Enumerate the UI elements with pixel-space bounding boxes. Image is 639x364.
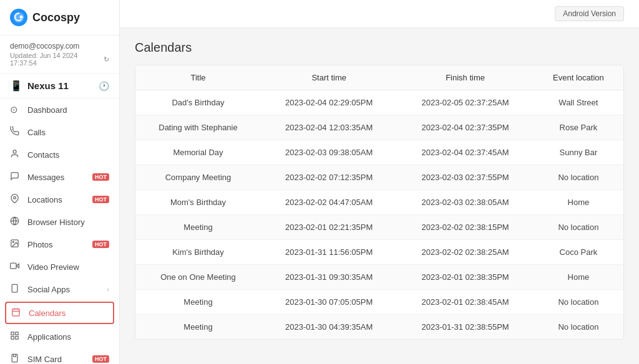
cell-finish: 2023-02-02 02:38:25AM <box>397 240 533 265</box>
android-version-badge: Android Version <box>555 6 624 21</box>
cell-title: Meeting <box>135 215 261 240</box>
svg-point-7 <box>12 241 14 242</box>
sidebar-item-video-preview[interactable]: Video Preview <box>0 256 119 278</box>
sidebar-item-label: SIM Card <box>27 355 90 364</box>
refresh-icon[interactable]: ↻ <box>104 55 109 64</box>
svg-rect-18 <box>11 337 14 339</box>
phone-icon: 📱 <box>10 80 22 92</box>
logo-icon <box>10 9 27 26</box>
sidebar-item-social-apps[interactable]: Social Apps › <box>0 278 119 300</box>
sidebar-item-label: Dashboard <box>27 105 109 115</box>
cell-location: Rose Park <box>534 115 623 140</box>
sidebar: Cocospy demo@cocospy.com Updated: Jun 14… <box>0 0 120 364</box>
col-finish: Finish time <box>397 65 533 90</box>
applications-icon <box>10 331 22 342</box>
svg-rect-16 <box>11 332 14 335</box>
col-location: Event location <box>534 65 623 90</box>
svg-rect-17 <box>16 332 18 335</box>
sidebar-item-calendars[interactable]: Calendars <box>5 302 114 324</box>
cell-location: No location <box>534 215 623 240</box>
cell-start: 2023-01-31 09:30:35AM <box>261 265 397 290</box>
sidebar-item-sim-card[interactable]: SIM Card HOT <box>0 348 119 364</box>
sidebar-item-label: Locations <box>27 195 90 204</box>
cell-location: No location <box>534 290 623 315</box>
table-row: One on One Meeting 2023-01-31 09:30:35AM… <box>135 265 623 290</box>
sidebar-item-label: Applications <box>27 332 109 342</box>
cell-finish: 2023-02-05 02:37:25AM <box>397 90 533 115</box>
sidebar-item-label: Social Apps <box>27 285 107 294</box>
sidebar-item-label: Video Preview <box>27 262 109 272</box>
cell-finish: 2023-02-02 02:38:15PM <box>397 215 533 240</box>
table-header: Title Start time Finish time Event locat… <box>135 65 623 90</box>
cell-location: Home <box>534 190 623 215</box>
clock-icon[interactable]: 🕐 <box>99 81 109 91</box>
sidebar-item-browser-history[interactable]: Browser History <box>0 211 119 233</box>
cell-title: Meeting <box>135 290 261 315</box>
sidebar-item-label: Photos <box>27 240 90 249</box>
cell-location: Wall Street <box>534 90 623 115</box>
calendar-icon <box>11 307 24 318</box>
user-updated: Updated: Jun 14 2024 17:37:54 ↻ <box>10 52 109 67</box>
sidebar-item-applications[interactable]: Applications <box>0 325 119 348</box>
cell-start: 2023-02-03 09:38:05AM <box>261 140 397 165</box>
user-email: demo@cocospy.com <box>10 42 109 50</box>
locations-icon <box>10 194 22 205</box>
svg-point-3 <box>14 196 16 199</box>
social-icon <box>10 284 22 295</box>
sidebar-item-locations[interactable]: Locations HOT <box>0 188 119 211</box>
logo-text: Cocospy <box>32 11 80 24</box>
sidebar-item-dashboard[interactable]: ⊙ Dashboard <box>0 98 119 121</box>
table-row: Dad's Birthday 2023-02-04 02:29:05PM 202… <box>135 90 623 115</box>
sidebar-item-label: Messages <box>27 173 90 182</box>
table-body: Dad's Birthday 2023-02-04 02:29:05PM 202… <box>135 90 623 340</box>
logo-area: Cocospy <box>0 0 119 36</box>
photos-icon <box>10 239 22 250</box>
calendars-table: Title Start time Finish time Event locat… <box>135 65 623 339</box>
table-row: Memorial Day 2023-02-03 09:38:05AM 2023-… <box>135 140 623 165</box>
cell-title: Kim's Birthday <box>135 240 261 265</box>
hot-badge: HOT <box>92 196 109 203</box>
cell-start: 2023-02-04 02:29:05PM <box>261 90 397 115</box>
hot-badge: HOT <box>92 173 109 181</box>
cell-finish: 2023-01-31 02:38:55PM <box>397 315 533 340</box>
hot-badge: HOT <box>92 241 109 248</box>
cell-start: 2023-01-30 04:39:35AM <box>261 315 397 340</box>
cell-start: 2023-02-04 12:03:35AM <box>261 115 397 140</box>
sidebar-item-calls[interactable]: Calls <box>0 121 119 143</box>
cell-location: No location <box>534 165 623 190</box>
sim-icon <box>10 353 22 364</box>
dashboard-icon: ⊙ <box>10 104 22 115</box>
sidebar-item-label: Browser History <box>27 218 109 227</box>
main-header: Android Version <box>120 0 639 28</box>
table-row: Dating with Stephanie 2023-02-04 12:03:3… <box>135 115 623 140</box>
cell-start: 2023-02-02 07:12:35PM <box>261 165 397 190</box>
cell-title: Mom's Birthday <box>135 190 261 215</box>
table-row: Company Meeting 2023-02-02 07:12:35PM 20… <box>135 165 623 190</box>
svg-rect-20 <box>12 354 17 362</box>
sidebar-item-photos[interactable]: Photos HOT <box>0 233 119 256</box>
content-area: Calendars Title Start time Finish time E… <box>120 28 639 364</box>
table-row: Mom's Birthday 2023-02-02 04:47:05AM 202… <box>135 190 623 215</box>
table-row: Meeting 2023-01-30 04:39:35AM 2023-01-31… <box>135 315 623 340</box>
cell-start: 2023-02-01 02:21:35PM <box>261 215 397 240</box>
video-icon <box>10 261 22 272</box>
col-start: Start time <box>261 65 397 90</box>
svg-point-1 <box>20 16 23 19</box>
sidebar-item-label: Calls <box>27 128 109 137</box>
svg-point-2 <box>13 150 16 153</box>
cell-finish: 2023-02-04 02:37:35PM <box>397 115 533 140</box>
sidebar-item-messages[interactable]: Messages HOT <box>0 166 119 188</box>
chevron-right-icon: › <box>107 285 109 293</box>
svg-rect-19 <box>16 337 18 339</box>
cell-location: Home <box>534 265 623 290</box>
cell-title: Dating with Stephanie <box>135 115 261 140</box>
sidebar-item-label: Contacts <box>27 150 109 160</box>
page-title: Calendars <box>135 41 624 55</box>
sidebar-item-contacts[interactable]: Contacts <box>0 143 119 166</box>
cell-title: Meeting <box>135 315 261 340</box>
cell-title: Memorial Day <box>135 140 261 165</box>
cell-title: Company Meeting <box>135 165 261 190</box>
device-section: 📱 Nexus 11 🕐 <box>0 74 119 98</box>
contacts-icon <box>10 149 22 160</box>
cell-title: Dad's Birthday <box>135 90 261 115</box>
